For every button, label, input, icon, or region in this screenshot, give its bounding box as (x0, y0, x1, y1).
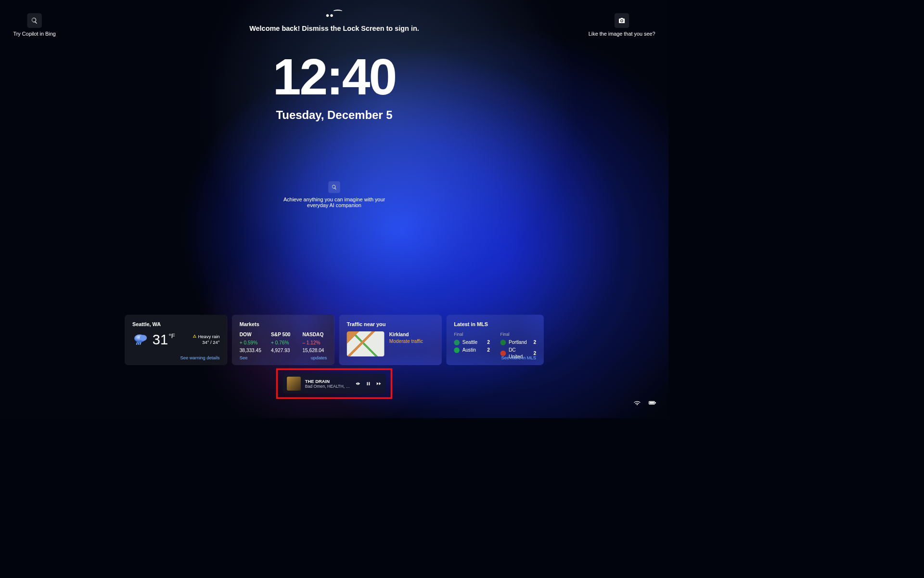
traffic-title: Traffic near you (347, 321, 435, 328)
team-badge-icon (454, 340, 460, 345)
svg-rect-4 (655, 402, 656, 403)
sports-title: Latest in MLS (454, 321, 536, 328)
center-greeting: ••⁀ Welcome back! Dismiss the Lock Scree… (0, 10, 668, 33)
markets-card[interactable]: Markets DOW S&P 500 NASDAQ + 0.59% + 0.7… (232, 315, 334, 365)
sports-card[interactable]: Latest in MLS Final Seattle2 Austin2 Fin… (446, 315, 544, 365)
weather-hilo: 34° / 24° (192, 340, 219, 346)
widget-cards-row: Seattle, WA 31°F Heavy rain 34° / 24° Se… (125, 315, 544, 365)
market-value: 15,628.04 (302, 347, 327, 354)
team-row: Seattle2 (454, 339, 490, 346)
clock-time: 12:40 (0, 52, 668, 103)
ai-search-prompt[interactable]: Achieve anything you can imagine with yo… (0, 181, 668, 208)
traffic-status: Moderate traffic (389, 338, 423, 345)
market-value: 38,333.45 (240, 347, 264, 354)
market-change: + 0.76% (271, 340, 295, 346)
weather-details-link[interactable]: See warning details (180, 355, 219, 361)
media-track-artist: Bad Omen, HEALTH, S… (305, 384, 351, 389)
ai-prompt-line2: everyday AI companion (0, 202, 668, 208)
rain-cloud-icon (132, 331, 148, 347)
ai-prompt-line1: Achieve anything you can imagine with yo… (0, 197, 668, 202)
prev-track-icon[interactable] (355, 381, 361, 387)
markets-title: Markets (240, 321, 327, 328)
weather-temp: 31°F (153, 332, 175, 346)
weather-location: Seattle, WA (132, 321, 220, 328)
warning-icon (192, 334, 197, 339)
weather-condition: Heavy rain (192, 333, 219, 340)
svg-point-1 (140, 335, 147, 341)
team-row: Portland2 (500, 339, 537, 346)
svg-rect-3 (650, 402, 654, 404)
next-track-icon[interactable] (376, 381, 382, 387)
market-name: NASDAQ (302, 331, 327, 338)
markets-link-right[interactable]: updates (311, 355, 327, 361)
market-change: – 1.12% (302, 340, 327, 346)
media-track-title: THE DRAIN (305, 379, 351, 384)
status-tray (633, 399, 656, 406)
traffic-location: Kirkland (389, 331, 423, 338)
sports-col-hdr: Final (454, 331, 490, 337)
battery-icon[interactable] (648, 399, 656, 406)
sports-more-link[interactable]: See more in MLS (501, 355, 536, 361)
wifi-icon[interactable] (633, 399, 641, 406)
media-player[interactable]: THE DRAIN Bad Omen, HEALTH, S… (282, 374, 385, 394)
pause-icon[interactable] (366, 381, 372, 387)
search-icon (328, 181, 340, 193)
copilot-glyph-icon: ••⁀ (0, 10, 668, 21)
sports-col-hdr: Final (500, 331, 537, 337)
market-value: 4,927.93 (271, 347, 295, 354)
welcome-text: Welcome back! Dismiss the Lock Screen to… (0, 25, 668, 33)
traffic-map-thumb (347, 331, 385, 356)
team-badge-icon (454, 347, 460, 353)
clock-date: Tuesday, December 5 (0, 109, 668, 122)
album-art (287, 377, 301, 391)
markets-link-left[interactable]: See (240, 355, 248, 361)
market-name: DOW (240, 331, 264, 338)
traffic-card[interactable]: Traffic near you Kirkland Moderate traff… (339, 315, 442, 365)
market-name: S&P 500 (271, 331, 295, 338)
team-badge-icon (500, 340, 506, 345)
team-row: Austin2 (454, 347, 490, 354)
media-highlight-box: THE DRAIN Bad Omen, HEALTH, S… (276, 368, 393, 399)
market-change: + 0.59% (240, 340, 264, 346)
clock-block: 12:40 Tuesday, December 5 (0, 52, 668, 122)
weather-card[interactable]: Seattle, WA 31°F Heavy rain 34° / 24° Se… (125, 315, 227, 365)
